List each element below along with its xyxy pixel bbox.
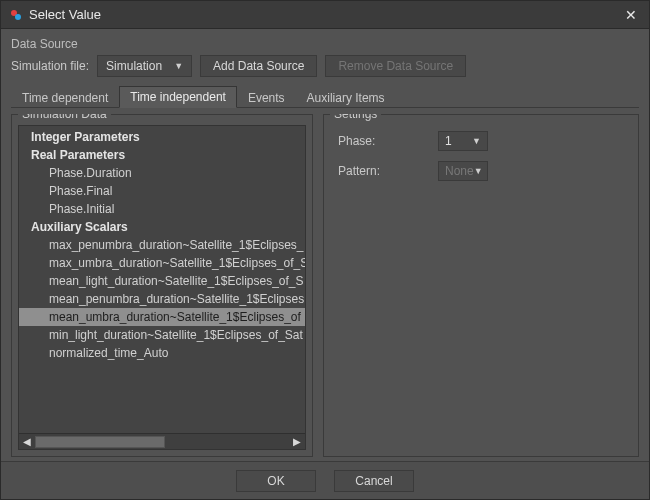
tree-header-real-parameters[interactable]: Real Parameters [19, 146, 305, 164]
app-icon [9, 8, 23, 22]
tree-header-integer-parameters[interactable]: Integer Parameters [19, 128, 305, 146]
add-data-source-button[interactable]: Add Data Source [200, 55, 317, 77]
sim-file-select[interactable]: Simulation ▼ [97, 55, 192, 77]
tree-item[interactable]: mean_penumbra_duration~Satellite_1$Eclip… [19, 290, 305, 308]
phase-value: 1 [445, 134, 452, 148]
close-icon[interactable]: ✕ [621, 7, 641, 23]
select-value-dialog: Select Value ✕ Data Source Simulation fi… [0, 0, 650, 500]
tab-time-dependent[interactable]: Time dependent [11, 87, 119, 108]
settings-body: Phase: 1 ▼ Pattern: None ▼ [330, 125, 632, 197]
tree-container: Integer Parameters Real Parameters Phase… [18, 125, 306, 450]
tree-item[interactable]: Phase.Initial [19, 200, 305, 218]
phase-select[interactable]: 1 ▼ [438, 131, 488, 151]
tree-item[interactable]: mean_light_duration~Satellite_1$Eclipses… [19, 272, 305, 290]
pattern-row: Pattern: None ▼ [338, 161, 624, 181]
scroll-right-icon[interactable]: ▶ [289, 434, 305, 450]
chevron-down-icon: ▼ [474, 166, 483, 176]
sim-file-value: Simulation [106, 59, 162, 73]
chevron-down-icon: ▼ [174, 61, 183, 71]
dialog-title: Select Value [29, 7, 621, 22]
tree-item[interactable]: Phase.Duration [19, 164, 305, 182]
scroll-thumb[interactable] [35, 436, 165, 448]
simulation-tree[interactable]: Integer Parameters Real Parameters Phase… [19, 126, 305, 433]
tab-strip: Time dependent Time independent Events A… [11, 85, 639, 108]
tree-item[interactable]: max_umbra_duration~Satellite_1$Eclipses_… [19, 254, 305, 272]
tab-events[interactable]: Events [237, 87, 296, 108]
remove-data-source-button: Remove Data Source [325, 55, 466, 77]
pattern-label: Pattern: [338, 164, 438, 178]
phase-row: Phase: 1 ▼ [338, 131, 624, 151]
tab-time-independent[interactable]: Time independent [119, 86, 237, 108]
data-source-row: Simulation file: Simulation ▼ Add Data S… [11, 55, 639, 77]
pattern-select: None ▼ [438, 161, 488, 181]
tree-header-auxiliary-scalars[interactable]: Auxiliary Scalars [19, 218, 305, 236]
tree-item-selected[interactable]: mean_umbra_duration~Satellite_1$Eclipses… [19, 308, 305, 326]
tree-item[interactable]: min_light_duration~Satellite_1$Eclipses_… [19, 326, 305, 344]
phase-label: Phase: [338, 134, 438, 148]
titlebar: Select Value ✕ [1, 1, 649, 29]
scroll-track[interactable] [35, 435, 289, 449]
tab-auxiliary-items[interactable]: Auxiliary Items [296, 87, 396, 108]
ok-button[interactable]: OK [236, 470, 316, 492]
pattern-value: None [445, 164, 474, 178]
tree-item[interactable]: Phase.Final [19, 182, 305, 200]
tree-item[interactable]: normalized_time_Auto [19, 344, 305, 362]
settings-legend: Settings [330, 114, 381, 121]
svg-point-1 [15, 14, 21, 20]
simulation-data-legend: Simulation Data [18, 114, 111, 121]
sim-file-label: Simulation file: [11, 59, 89, 73]
data-source-label: Data Source [11, 37, 639, 51]
tree-item[interactable]: max_penumbra_duration~Satellite_1$Eclips… [19, 236, 305, 254]
simulation-data-group: Simulation Data Integer Parameters Real … [11, 114, 313, 457]
settings-group: Settings Phase: 1 ▼ Pattern: None ▼ [323, 114, 639, 457]
panes: Simulation Data Integer Parameters Real … [11, 114, 639, 457]
dialog-content: Data Source Simulation file: Simulation … [1, 29, 649, 461]
horizontal-scrollbar[interactable]: ◀ ▶ [19, 433, 305, 449]
cancel-button[interactable]: Cancel [334, 470, 414, 492]
chevron-down-icon: ▼ [472, 136, 481, 146]
scroll-left-icon[interactable]: ◀ [19, 434, 35, 450]
dialog-footer: OK Cancel [1, 461, 649, 499]
